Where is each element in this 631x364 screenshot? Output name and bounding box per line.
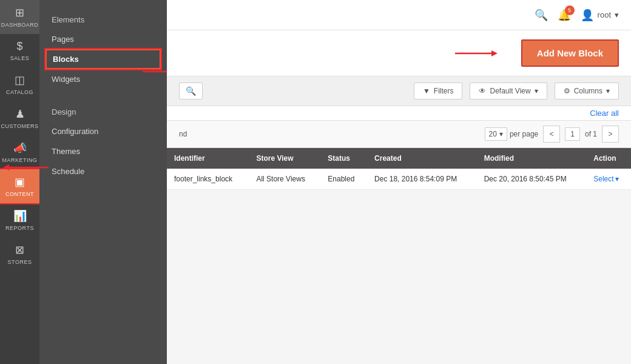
- view-label: Default View: [490, 87, 530, 95]
- cell-status: Enabled: [320, 169, 367, 190]
- cell-identifier: footer_links_block: [167, 169, 249, 190]
- main-content: 🔍 🔔 5 👤 root ▾ Add New Block 🔍: [167, 0, 631, 364]
- search-box[interactable]: 🔍: [179, 83, 203, 99]
- columns-label: Columns: [574, 87, 602, 95]
- total-pages-label: of 1: [585, 130, 597, 138]
- submenu-item-configuration[interactable]: Configuration: [39, 121, 167, 141]
- col-modified: Modified: [477, 148, 587, 169]
- nav-item-dashboard[interactable]: ⊞ DASHBOARD: [0, 0, 39, 34]
- user-avatar-icon: 👤: [581, 8, 594, 22]
- nav-item-stores[interactable]: ⊠ STORES: [0, 237, 39, 271]
- col-action: Action: [586, 148, 631, 169]
- svg-marker-5: [491, 50, 498, 56]
- submenu-item-pages[interactable]: Pages: [39, 29, 167, 49]
- marketing-icon: 📣: [13, 141, 27, 155]
- chevron-view-icon: ▾: [535, 87, 538, 95]
- nav-item-marketing[interactable]: 📣 MARKETING: [0, 135, 39, 169]
- cell-action[interactable]: Select ▾: [586, 169, 631, 190]
- current-page-input[interactable]: 1: [565, 127, 580, 141]
- notification-badge: 5: [565, 5, 575, 15]
- filter-label: Filters: [434, 87, 454, 95]
- action-select-link[interactable]: Select ▾: [593, 175, 624, 183]
- per-page-label: per page: [510, 130, 538, 138]
- per-page-dropdown[interactable]: 20 ▾: [485, 127, 507, 141]
- chevron-cols-icon: ▾: [606, 87, 610, 95]
- gear-icon: ⚙: [564, 87, 570, 95]
- notification-icon[interactable]: 🔔 5: [558, 8, 571, 22]
- default-view-button[interactable]: 👁 Default View ▾: [470, 83, 547, 99]
- nav-item-catalog[interactable]: ◫ CATALOG: [0, 67, 39, 101]
- next-page-button[interactable]: >: [602, 126, 619, 143]
- nav-label-stores: STORES: [8, 259, 32, 265]
- add-block-arrow: [455, 47, 498, 59]
- content-area: Add New Block 🔍 ▼ Filters 👁 Default View…: [167, 30, 631, 364]
- content-icon: ▣: [15, 175, 25, 189]
- nav-label-customers: CUSTOMERS: [1, 123, 39, 129]
- cell-modified: Dec 20, 2016 8:50:45 PM: [477, 169, 587, 190]
- per-page-value: 20: [489, 130, 497, 138]
- catalog-icon: ◫: [15, 73, 25, 87]
- blocks-table: Identifier Store View Status Created Mod: [167, 148, 631, 190]
- nav-item-sales[interactable]: $ SALES: [0, 34, 39, 67]
- chevron-down-icon: ▾: [615, 10, 619, 19]
- submenu-item-schedule[interactable]: Schedule: [39, 161, 167, 181]
- dropdown-arrow-icon: ▾: [499, 130, 503, 138]
- submenu-item-themes[interactable]: Themes: [39, 141, 167, 161]
- col-identifier: Identifier: [167, 148, 249, 169]
- nav-label-reports: REPORTS: [5, 225, 34, 231]
- per-page-select[interactable]: 20 ▾ per page: [485, 127, 539, 141]
- table-header-row: Identifier Store View Status Created Mod: [167, 148, 631, 169]
- submenu-item-widgets[interactable]: Widgets: [39, 69, 167, 89]
- submenu-panel: Elements Pages Blocks Widgets Design Con…: [39, 0, 167, 364]
- columns-button[interactable]: ⚙ Columns ▾: [555, 83, 619, 99]
- prev-page-button[interactable]: <: [543, 126, 560, 143]
- nav-label-dashboard: DASHBOARD: [1, 22, 39, 28]
- nav-item-content[interactable]: ▣ CONTENT: [0, 169, 39, 203]
- header-bar: 🔍 🔔 5 👤 root ▾: [167, 0, 631, 30]
- eye-icon: 👁: [479, 87, 486, 95]
- col-status: Status: [320, 148, 367, 169]
- elements-section-title: Elements: [39, 9, 167, 29]
- current-page-value: 1: [570, 130, 575, 138]
- clear-all-bar: Clear all: [167, 106, 631, 121]
- customers-icon: ♟: [15, 107, 25, 121]
- cell-store-view: All Store Views: [249, 169, 320, 190]
- nav-label-sales: SALES: [10, 55, 30, 61]
- user-menu[interactable]: 👤 root ▾: [581, 8, 619, 22]
- nav-item-customers[interactable]: ♟ CUSTOMERS: [0, 101, 39, 135]
- add-new-block-button[interactable]: Add New Block: [521, 39, 619, 67]
- funnel-icon: ▼: [423, 87, 430, 95]
- nav-label-content: CONTENT: [5, 191, 34, 197]
- sales-icon: $: [16, 40, 22, 53]
- search-small-icon: 🔍: [186, 86, 196, 96]
- clear-all-link[interactable]: Clear all: [590, 109, 619, 118]
- table-row: footer_links_block All Store Views Enabl…: [167, 169, 631, 190]
- cell-created: Dec 18, 2016 8:54:09 PM: [367, 169, 477, 190]
- col-created: Created: [367, 148, 477, 169]
- pagination-bar: nd 20 ▾ per page < 1 of 1 >: [167, 121, 631, 148]
- search-icon[interactable]: 🔍: [535, 8, 548, 22]
- nav-label-marketing: MARKETING: [2, 157, 37, 163]
- user-name: root: [598, 10, 611, 19]
- left-navigation: ⊞ DASHBOARD $ SALES ◫ CATALOG ♟ CUSTOMER…: [0, 0, 39, 364]
- table-wrapper: Identifier Store View Status Created Mod: [167, 148, 631, 364]
- action-chevron-icon: ▾: [615, 175, 619, 183]
- nav-item-reports[interactable]: 📊 REPORTS: [0, 203, 39, 237]
- dashboard-icon: ⊞: [15, 6, 24, 19]
- filters-button[interactable]: ▼ Filters: [414, 83, 463, 99]
- col-store-view: Store View: [249, 148, 320, 169]
- reports-icon: 📊: [13, 209, 27, 223]
- page-header: Add New Block: [167, 30, 631, 76]
- toolbar: 🔍 ▼ Filters 👁 Default View ▾ ⚙ Columns ▾: [167, 76, 631, 106]
- pagination-info: nd: [179, 130, 187, 138]
- submenu-item-blocks[interactable]: Blocks: [46, 49, 161, 69]
- nav-label-catalog: CATALOG: [6, 89, 33, 95]
- design-section-title: Design: [39, 101, 167, 121]
- stores-icon: ⊠: [15, 243, 24, 257]
